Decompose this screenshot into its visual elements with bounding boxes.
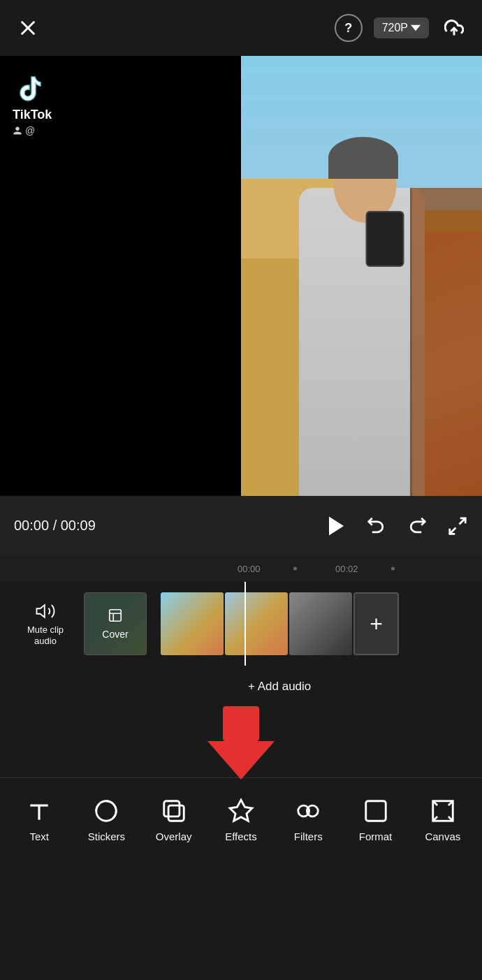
- canvas-icon: [429, 797, 457, 825]
- video-clip-3[interactable]: [289, 592, 352, 655]
- time-current: 00:00: [14, 518, 49, 533]
- add-clip-button[interactable]: +: [353, 592, 399, 655]
- nav-item-text[interactable]: Text: [15, 797, 64, 842]
- svg-rect-17: [365, 801, 386, 821]
- mute-label: Mute clipaudio: [27, 624, 64, 646]
- nav-label-canvas: Canvas: [425, 831, 460, 842]
- nav-label-filters: Filters: [294, 831, 323, 842]
- ruler-mark-0: 00:00: [238, 564, 261, 574]
- clip-area: Mute clipaudio Cover +: [0, 582, 482, 666]
- preview-area: TikTok @: [0, 56, 482, 496]
- video-clip-2[interactable]: [225, 592, 288, 655]
- svg-marker-14: [230, 800, 252, 821]
- svg-rect-13: [168, 805, 184, 821]
- close-button[interactable]: [14, 14, 42, 42]
- format-icon: [362, 797, 390, 825]
- cover-label: Cover: [102, 629, 128, 640]
- cover-clip-icon: [108, 608, 123, 626]
- nav-item-filters[interactable]: Filters: [284, 797, 333, 842]
- timeline-ruler: 00:00 00:02: [0, 555, 482, 582]
- stickers-icon: [92, 797, 120, 825]
- tiktok-name: TikTok: [13, 108, 228, 122]
- svg-marker-4: [330, 518, 342, 534]
- ruler-mark-2: 00:02: [335, 564, 358, 574]
- svg-rect-8: [110, 610, 122, 622]
- add-clip-icon: +: [370, 611, 383, 637]
- preview-image: [241, 56, 482, 496]
- bottom-nav: Text Stickers Overlay Effects: [0, 777, 482, 861]
- tiktok-handle: @: [13, 125, 228, 136]
- mute-clip-button[interactable]: Mute clipaudio: [27, 601, 64, 646]
- filters-icon: [294, 797, 322, 825]
- redo-button[interactable]: [407, 515, 428, 536]
- tiktok-logo-icon: [13, 68, 46, 102]
- preview-right: [241, 56, 482, 496]
- nav-item-format[interactable]: Format: [351, 797, 400, 842]
- nav-item-overlay[interactable]: Overlay: [149, 797, 198, 842]
- controls-area: 00:00 / 00:09: [0, 496, 482, 555]
- cover-clip[interactable]: Cover: [84, 592, 147, 655]
- time-display: 00:00 / 00:09: [14, 518, 96, 534]
- nav-label-overlay: Overlay: [156, 831, 192, 842]
- nav-item-stickers[interactable]: Stickers: [82, 797, 131, 842]
- svg-rect-12: [163, 801, 179, 817]
- clips-strip: +: [161, 592, 399, 655]
- arrow-indicator-area: [0, 708, 482, 777]
- video-clip-1[interactable]: [161, 592, 224, 655]
- overlay-icon: [160, 797, 188, 825]
- down-arrow: [207, 706, 275, 780]
- quality-label: 720P: [382, 22, 408, 34]
- play-button[interactable]: [326, 515, 346, 536]
- fullscreen-button[interactable]: [447, 515, 468, 536]
- nav-item-effects[interactable]: Effects: [217, 797, 265, 842]
- add-audio-label: + Add audio: [248, 680, 311, 694]
- add-audio-button[interactable]: + Add audio: [248, 680, 311, 694]
- top-bar: ? 720P: [0, 0, 482, 56]
- nav-label-text: Text: [29, 831, 49, 842]
- help-button[interactable]: ?: [335, 14, 363, 42]
- text-icon: [25, 797, 53, 825]
- nav-label-effects: Effects: [225, 831, 257, 842]
- nav-label-format: Format: [359, 831, 393, 842]
- tiktok-logo-area: TikTok @: [13, 68, 228, 136]
- nav-item-canvas[interactable]: Canvas: [418, 797, 467, 842]
- upload-button[interactable]: [440, 14, 468, 42]
- top-bar-right: ? 720P: [335, 14, 468, 42]
- time-separator: /: [53, 518, 57, 533]
- preview-left: TikTok @: [0, 56, 241, 496]
- playhead-line: [244, 582, 246, 666]
- undo-button[interactable]: [366, 515, 387, 536]
- add-audio-bar: + Add audio: [0, 666, 482, 708]
- quality-button[interactable]: 720P: [374, 17, 429, 38]
- svg-marker-7: [37, 606, 45, 618]
- clip-left-controls: Mute clipaudio: [14, 601, 77, 646]
- effects-icon: [227, 797, 255, 825]
- time-total: 00:09: [61, 518, 96, 533]
- nav-label-stickers: Stickers: [88, 831, 125, 842]
- control-icons: [326, 515, 468, 536]
